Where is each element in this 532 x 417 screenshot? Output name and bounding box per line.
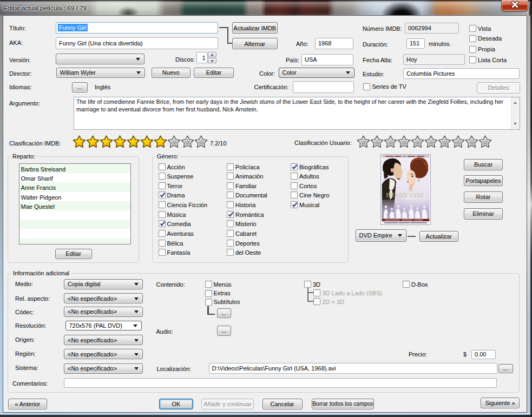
svg-text:FUNNY GIRL: FUNNY GIRL (386, 192, 425, 198)
